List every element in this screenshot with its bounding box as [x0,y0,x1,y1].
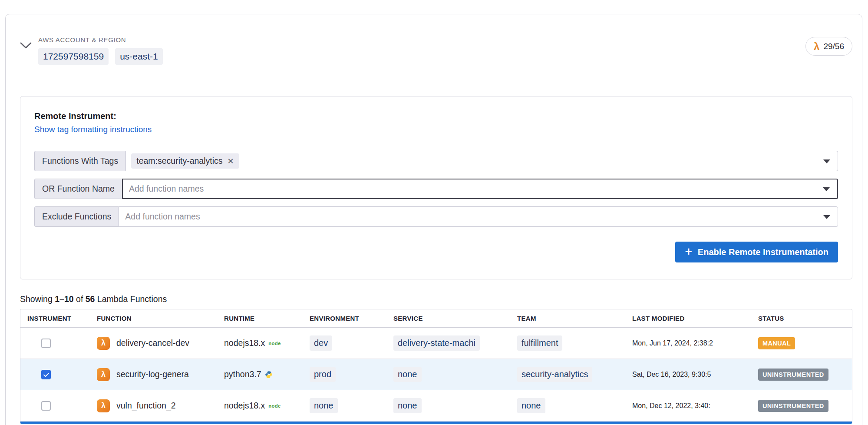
runtime-value: python3.7 [224,369,261,379]
or-function-name-label: OR Function Name [34,179,122,199]
dropdown-caret-icon[interactable] [823,187,830,191]
summary-of: of [76,294,83,304]
service-cell: none [386,398,510,413]
tag-formatting-link[interactable]: Show tag formatting instructions [34,125,152,134]
last-modified-cell: Mon, Jun 17, 2024, 2:38:2 [625,339,751,347]
main-container: AWS ACCOUNT & REGION 172597598159 us-eas… [5,14,862,425]
plus-icon: + [685,246,692,258]
instrument-cell [20,339,90,348]
environment-badge: prod [310,367,336,382]
instrument-checkbox[interactable] [41,401,51,411]
instrument-cell [20,370,90,379]
col-team: TEAM [510,315,625,322]
environment-cell: none [303,398,386,413]
exclude-functions-label: Exclude Functions [34,206,119,227]
col-runtime: RUNTIME [217,315,303,322]
aws-lambda-icon: λ [97,368,110,381]
functions-with-tags-label: Functions With Tags [34,151,125,171]
nodejs-icon: node [268,403,281,408]
service-cell: delivery-state-machi [386,335,510,351]
table-header-row: INSTRUMENT FUNCTION RUNTIME ENVIRONMENT … [20,309,852,328]
chevron-down-icon[interactable] [20,42,38,51]
environment-badge: none [310,398,338,413]
tags-text-input[interactable] [243,156,817,166]
dropdown-caret-icon[interactable] [823,159,830,163]
function-cell: λ vuln_function_2 [90,399,217,412]
python-icon [265,371,273,379]
team-badge: security-analytics [517,367,592,382]
function-name: security-log-genera [116,369,189,379]
functions-with-tags-input[interactable]: team:security-analytics ✕ [125,151,838,171]
instrument-checkbox[interactable] [41,339,51,348]
status-badge: UNINSTRUMENTED [758,369,828,381]
service-badge: none [393,398,422,413]
summary-range: 1–10 [55,294,73,304]
region-badge: us-east-1 [115,48,163,65]
col-environment: ENVIRONMENT [303,315,386,322]
tag-chip: team:security-analytics ✕ [131,153,239,169]
runtime-cell: nodejs18.x node [217,338,303,348]
environment-cell: dev [303,335,386,351]
summary-showing: Showing [20,294,53,304]
status-cell: UNINSTRUMENTED [751,400,852,412]
aws-lambda-icon: λ [814,41,819,52]
nodejs-icon: node [268,341,281,346]
remote-instrument-panel: Remote Instrument: Show tag formatting i… [20,96,852,279]
status-cell: UNINSTRUMENTED [751,369,852,381]
function-name: vuln_function_2 [116,401,176,411]
runtime-cell: nodejs18.x node [217,401,303,411]
function-name-input[interactable] [122,179,838,199]
tag-chip-label: team:security-analytics [136,156,222,166]
team-badge: none [517,398,545,413]
account-badges: 172597598159 us-east-1 [38,48,805,65]
lambda-functions-table: INSTRUMENT FUNCTION RUNTIME ENVIRONMENT … [20,309,852,424]
filter-rows: Functions With Tags team:security-analyt… [34,151,838,227]
col-instrument: INSTRUMENT [20,315,90,322]
section-label: AWS ACCOUNT & REGION [38,36,805,43]
function-name-text-input[interactable] [128,183,816,194]
status-badge: MANUAL [758,337,795,349]
team-cell: security-analytics [510,367,625,382]
service-cell: none [386,367,510,382]
service-badge: none [393,367,422,382]
next-row-highlight [20,422,852,424]
exclude-text-input[interactable] [124,211,817,222]
last-modified-cell: Mon, Dec 12, 2022, 3:40: [625,402,751,410]
enable-button-label: Enable Remote Instrumentation [698,247,828,257]
table-row[interactable]: λ security-log-genera python3.7 prod non… [20,359,852,390]
panel-actions: + Enable Remote Instrumentation [34,242,838,262]
dropdown-caret-icon[interactable] [823,215,830,219]
aws-lambda-icon: λ [97,337,110,350]
panel-title: Remote Instrument: [34,111,838,121]
table-row[interactable]: λ delivery-cancel-dev nodejs18.x node de… [20,328,852,359]
filter-row-exclude: Exclude Functions [34,206,838,227]
runtime-value: nodejs18.x [224,401,265,411]
aws-lambda-icon: λ [97,399,110,412]
col-service: SERVICE [386,315,510,322]
exclude-functions-input[interactable] [119,206,838,227]
status-badge: UNINSTRUMENTED [758,400,828,412]
filter-row-tags: Functions With Tags team:security-analyt… [34,151,838,171]
instrument-cell [20,401,90,411]
instrument-checkbox[interactable] [41,370,51,379]
function-cell: λ delivery-cancel-dev [90,337,217,350]
function-name: delivery-cancel-dev [116,338,189,348]
results-summary: Showing 1–10 of 56 Lambda Functions [20,294,852,304]
summary-total: 56 [86,294,95,304]
runtime-cell: python3.7 [217,369,303,379]
status-cell: MANUAL [751,337,852,349]
summary-suffix: Lambda Functions [97,294,167,304]
account-info: AWS ACCOUNT & REGION 172597598159 us-eas… [38,36,805,65]
team-cell: none [510,398,625,413]
col-status: STATUS [751,315,852,322]
enable-remote-instrumentation-button[interactable]: + Enable Remote Instrumentation [675,242,838,262]
lambda-count-pill: λ 29/56 [805,37,852,56]
last-modified-cell: Sat, Dec 16, 2023, 9:30:5 [625,371,751,379]
team-cell: fulfillment [510,335,625,351]
tag-remove-icon[interactable]: ✕ [228,157,234,165]
environment-cell: prod [303,367,386,382]
function-cell: λ security-log-genera [90,368,217,381]
col-last-modified: LAST MODIFIED [625,315,751,322]
filter-row-function-name: OR Function Name [34,179,838,199]
table-row[interactable]: λ vuln_function_2 nodejs18.x node none n… [20,390,852,422]
